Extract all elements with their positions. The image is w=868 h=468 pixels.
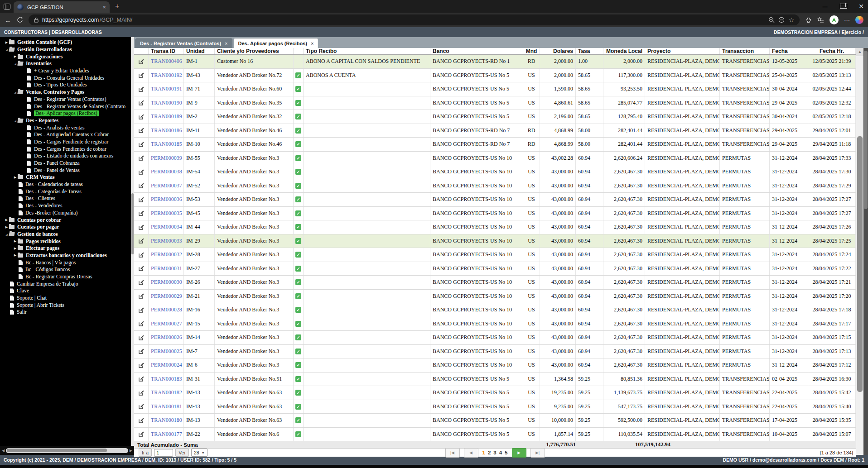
sidebar-item[interactable]: ▶Configuraciones	[0, 53, 134, 60]
tab-actions-icon[interactable]	[0, 4, 14, 10]
sidebar-item[interactable]: ▶Extractos bancarios y conciliaciones	[0, 252, 134, 259]
table-row[interactable]: PERM000029IM-21Vendedor AND Broker No.3✓…	[134, 290, 856, 304]
edit-row-icon[interactable]	[137, 168, 145, 176]
edit-row-icon[interactable]	[137, 85, 145, 93]
edit-row-icon[interactable]	[137, 375, 145, 383]
sidebar-item[interactable]: Bc - Bancos | Vía pagos	[0, 259, 134, 266]
table-row[interactable]: PERM000028IM-16Vendedor AND Broker No.3✓…	[134, 303, 856, 317]
sidebar-item[interactable]: Des - Cargos Pendientes de cobrar	[0, 145, 134, 153]
col-header-transa-id[interactable]: Transa ID	[149, 48, 184, 54]
sidebar-item[interactable]: Des - Antigüedad Cuentas x Cobrar	[0, 131, 134, 138]
col-header-unidad[interactable]: Unidad	[184, 48, 215, 54]
transa-id-link[interactable]: TRAN000183	[151, 376, 182, 382]
sidebar-item[interactable]: Des - Cargos Pendiente de registrar	[0, 138, 134, 146]
collapsed-arrow-icon[interactable]: ▶	[4, 225, 9, 229]
collapsed-arrow-icon[interactable]: ▶	[13, 176, 18, 179]
edit-row-icon[interactable]	[137, 361, 145, 369]
edit-row-icon[interactable]	[137, 334, 145, 342]
back-button[interactable]: ←	[5, 17, 11, 24]
sidebar-item[interactable]: Soporte | Chat	[0, 295, 134, 302]
table-row[interactable]: PERM000024IM-6Vendedor AND Broker No.3✓B…	[134, 358, 856, 372]
table-row[interactable]: TRAN000191IM-71Vendedor AND Broker No.60…	[134, 82, 856, 96]
sidebar-item[interactable]: Des - Tipos De Unidades	[0, 81, 134, 89]
edit-row-icon[interactable]	[137, 113, 145, 121]
sidebar-item[interactable]: ▶Gestión Contable (GCF)	[0, 39, 134, 46]
expanded-arrow-icon[interactable]: ◢	[13, 91, 18, 94]
edit-row-icon[interactable]	[137, 154, 145, 162]
table-vertical-scrollbar[interactable]: ▲	[856, 48, 863, 455]
sidebar-item[interactable]: Bc - Códigos Bancos	[0, 266, 134, 273]
window-minimize-button[interactable]: —	[822, 4, 828, 9]
sidebar-hscroll-thumb[interactable]	[7, 449, 107, 452]
transa-id-link[interactable]: PERM000034	[151, 224, 182, 230]
edit-row-icon[interactable]	[137, 278, 145, 287]
table-row[interactable]: PERM000031IM-27Vendedor AND Broker No.3✓…	[134, 262, 856, 276]
collapsed-arrow-icon[interactable]: ▶	[4, 41, 9, 44]
transa-id-link[interactable]: PERM000029	[151, 293, 182, 300]
transa-id-link[interactable]: TRAN000181	[151, 403, 182, 410]
sidebar-item[interactable]: Des - Analisis de ventas	[0, 124, 134, 131]
favorite-star-icon[interactable]: ☆	[788, 16, 794, 24]
sidebar-item[interactable]: Clave	[0, 287, 134, 295]
col-header-proyecto[interactable]: Proyecto	[645, 48, 720, 54]
table-row[interactable]: TRAN000192IM-43Vendedor AND Broker No.72…	[134, 69, 856, 83]
sidebar-item[interactable]: Des - Registrar Ventas (Contratos)	[0, 96, 134, 103]
transa-id-link[interactable]: TRAN000177	[151, 431, 182, 438]
more-options-circle-icon[interactable]	[778, 17, 785, 23]
table-row[interactable]: TRAN000181IM-13Vendedor AND Broker No.63…	[134, 400, 856, 414]
edit-row-icon[interactable]	[137, 389, 145, 397]
edit-row-icon[interactable]	[137, 99, 145, 107]
edit-row-icon[interactable]	[137, 237, 145, 245]
edit-row-icon[interactable]	[137, 140, 145, 148]
tab-close-icon[interactable]: ×	[311, 41, 313, 46]
transa-id-link[interactable]: PERM000024	[151, 362, 182, 368]
edit-row-icon[interactable]	[137, 306, 145, 314]
tab-aplicar-pagos[interactable]: Des- Aplicar pagos (Recibos) ×	[234, 38, 318, 48]
table-row[interactable]: PERM000038IM-54Vendedor AND Broker No.3✓…	[134, 165, 856, 179]
page-number-link[interactable]: 4	[499, 450, 502, 455]
table-row[interactable]: PERM000027IM-15Vendedor AND Broker No.3✓…	[134, 317, 856, 331]
sidebar-item[interactable]: Salir	[0, 309, 134, 316]
sidebar-item[interactable]: ▶Cuentas por pagar	[0, 224, 134, 231]
transa-id-link[interactable]: PERM000026	[151, 334, 182, 341]
edit-row-icon[interactable]	[137, 416, 145, 425]
edit-row-icon[interactable]	[137, 126, 145, 134]
table-row[interactable]: TRAN000189IM-2Vendedor AND Broker No.32✓…	[134, 110, 856, 124]
transa-id-link[interactable]: TRAN000182	[151, 389, 182, 396]
sidebar-item[interactable]: Des - Categorías de Tareas	[0, 188, 134, 195]
settings-ellipsis-icon[interactable]: ⋯	[844, 17, 850, 23]
transa-id-link[interactable]: TRAN000192	[151, 72, 182, 79]
col-header-fecha-hr[interactable]: Fecha Hr.	[808, 48, 856, 54]
edit-row-icon[interactable]	[137, 251, 145, 259]
transa-id-link[interactable]: PERM000038	[151, 168, 182, 175]
transa-id-link[interactable]: TRAN000180	[151, 417, 182, 424]
tab-close-icon[interactable]: ×	[225, 41, 227, 46]
sidebar-item[interactable]: Bc - Registrar Compras Divisas	[0, 273, 134, 281]
col-header-tipo-recibo[interactable]: Tipo Recibo	[304, 48, 430, 54]
edit-row-icon[interactable]	[137, 430, 145, 438]
scroll-up-icon[interactable]: ▲	[856, 48, 863, 56]
window-restore-button[interactable]	[840, 4, 846, 10]
goto-page-input[interactable]	[154, 449, 173, 457]
transa-id-link[interactable]: TRAN000189	[151, 113, 182, 120]
sidebar-horizontal-scrollbar[interactable]: ◀ ▶	[0, 446, 134, 455]
sidebar-vertical-scrollbar[interactable]	[131, 37, 134, 446]
sidebar-item[interactable]: Des - Registrar Ventas de Solares (Contr…	[0, 103, 134, 110]
sidebar-item[interactable]: Des- Aplicar pagos (Recibos)	[0, 110, 134, 117]
collapsed-arrow-icon[interactable]: ▶	[13, 55, 18, 58]
table-row[interactable]: PERM000036IM-53Vendedor AND Broker No.3✓…	[134, 193, 856, 207]
collapsed-arrow-icon[interactable]: ▶	[13, 247, 18, 250]
table-row[interactable]: TRAN000186IM-11Vendedor AND Broker No.46…	[134, 124, 856, 138]
col-header-moneda-local[interactable]: Moneda Local	[603, 48, 645, 54]
collapsed-arrow-icon[interactable]: ▶	[4, 218, 9, 222]
table-row[interactable]: PERM000037IM-52Vendedor AND Broker No.3✓…	[134, 179, 856, 193]
sidebar-item[interactable]: Des - Consulta General Unidades	[0, 74, 134, 81]
edit-row-icon[interactable]	[137, 223, 145, 231]
expanded-arrow-icon[interactable]: ◢	[4, 48, 9, 51]
zoom-out-icon[interactable]	[768, 17, 775, 23]
expanded-arrow-icon[interactable]: ◢	[13, 119, 18, 122]
transa-id-link[interactable]: PERM000039	[151, 155, 182, 162]
extensions-icon[interactable]	[805, 17, 812, 24]
edit-row-icon[interactable]	[137, 71, 145, 79]
col-header-tasa[interactable]: Tasa	[576, 48, 603, 54]
